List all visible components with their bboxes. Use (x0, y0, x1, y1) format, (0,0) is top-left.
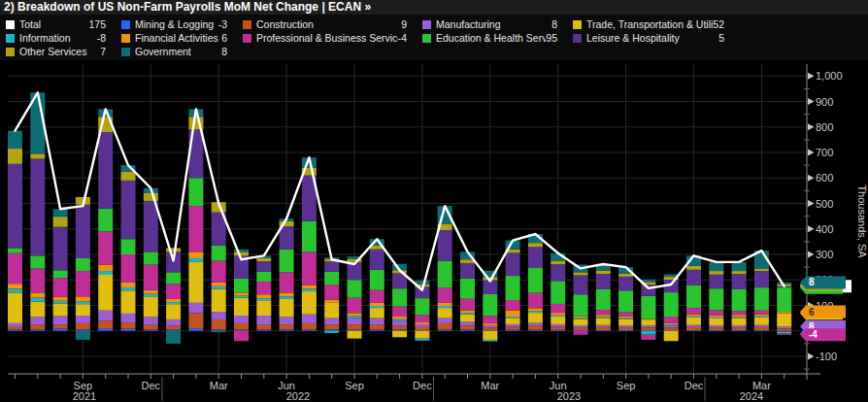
bar-segment (144, 294, 158, 297)
bar-segment (596, 274, 611, 289)
bar-segment (76, 316, 90, 323)
bar-segment (551, 317, 565, 324)
bar-segment (664, 324, 679, 325)
bar-segment (777, 332, 791, 334)
bar-segment (618, 330, 633, 331)
bar-segment (732, 325, 747, 327)
bar-segment (460, 279, 475, 299)
bar-segment (144, 193, 158, 201)
bar-segment (53, 270, 68, 278)
bar-aug-2023 (596, 264, 611, 331)
x-year-label: 2022 (286, 390, 310, 402)
bar-segment (188, 178, 203, 206)
bar-segment (121, 322, 136, 329)
bar-segment (212, 312, 226, 319)
bar-segment (777, 328, 791, 330)
bar-segment (98, 275, 113, 311)
bar-segment (777, 312, 791, 314)
bar-segment (754, 311, 769, 315)
x-month-label: Dec (413, 380, 432, 391)
bar-segment (777, 287, 791, 312)
bar-segment (324, 331, 339, 333)
bar-segment (732, 318, 747, 325)
bar-segment (121, 314, 136, 322)
bar-segment (754, 330, 769, 331)
bar-segment (348, 331, 362, 339)
bar-segment (709, 310, 723, 315)
bar-segment (188, 251, 203, 258)
bar-segment (460, 299, 475, 311)
bar-segment (234, 296, 249, 298)
bar-segment (234, 329, 249, 330)
bar-segment (121, 181, 136, 239)
bar-segment (392, 331, 407, 338)
bar-segment (256, 329, 271, 330)
bar-segment (188, 262, 203, 303)
bar-jun-2022 (280, 218, 294, 331)
bar-segment (121, 290, 136, 314)
bar-segment (574, 294, 588, 316)
bar-segment (460, 263, 475, 279)
bar-segment (686, 270, 701, 285)
x-month-label: Sep (345, 380, 364, 391)
bar-segment (551, 324, 565, 327)
chart-canvas[interactable]: 1,0009008007006005004003002001000-100Sep… (0, 0, 868, 402)
bar-segment (732, 315, 747, 317)
bar-segment (370, 329, 384, 330)
bar-segment (212, 319, 226, 330)
bar-segment (8, 288, 22, 292)
bar-segment (302, 285, 317, 289)
bar-segment (212, 283, 226, 286)
bar-segment (686, 315, 701, 317)
bar-segment (574, 272, 588, 275)
bar-segment (30, 255, 45, 268)
bar-segment (302, 315, 317, 323)
bar-sep-2023 (618, 267, 633, 331)
bar-segment (415, 281, 429, 285)
bar-segment (30, 298, 45, 302)
bar-segment (53, 297, 68, 301)
bar-segment (641, 330, 655, 331)
y-tick-arrow (808, 123, 815, 130)
bar-segment (415, 324, 429, 327)
y-tick-label: 800 (816, 121, 833, 133)
bar-dec-2021 (144, 188, 158, 331)
y-tick-label: 700 (816, 147, 833, 158)
bar-segment (234, 292, 249, 295)
bar-segment (686, 317, 701, 318)
bar-segment (30, 329, 45, 330)
bar-segment (460, 315, 475, 322)
stacked-bars (8, 92, 791, 344)
bar-segment (280, 226, 294, 250)
bar-segment (166, 326, 181, 330)
bar-segment (188, 328, 203, 331)
bar-segment (618, 290, 633, 312)
bar-segment (574, 330, 588, 331)
bar-segment (528, 326, 543, 330)
bar-segment (483, 323, 497, 325)
y-tick-arrow (808, 73, 815, 80)
bar-segment (98, 132, 113, 209)
bar-segment (53, 329, 68, 331)
bar-segment (528, 313, 543, 323)
bar-segment (551, 264, 565, 281)
bar-segment (551, 313, 565, 316)
bar-segment (709, 262, 723, 271)
bar-segment (596, 325, 611, 327)
bar-segment (370, 290, 384, 303)
x-month-label: Mar (481, 380, 499, 391)
bar-segment (483, 327, 497, 330)
bar-may-2022 (256, 255, 271, 330)
bar-segment (709, 271, 723, 275)
bar-segment (53, 317, 68, 325)
bar-segment (392, 326, 407, 330)
bar-segment (732, 271, 747, 274)
bar-segment (324, 300, 339, 303)
bar-segment (483, 340, 497, 342)
bar-segment (551, 261, 565, 265)
bar-segment (98, 328, 113, 331)
bar-segment (415, 327, 429, 330)
bar-segment (302, 323, 317, 330)
bar-segment (121, 239, 136, 254)
bar-segment (302, 329, 317, 330)
